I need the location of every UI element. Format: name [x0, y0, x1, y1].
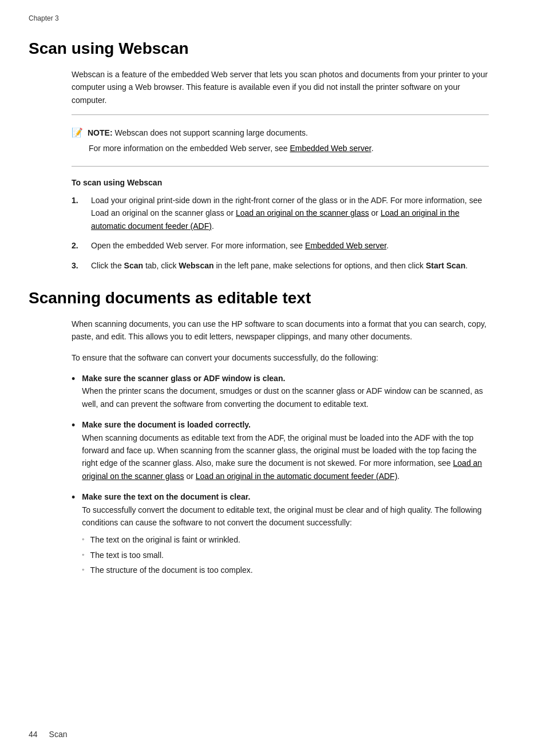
webscan-bold: Webscan: [179, 261, 213, 270]
step-3-content: Click the Scan tab, click Webscan in the…: [91, 259, 489, 272]
sub-bullet-3: ◦ The structure of the document is too c…: [82, 564, 489, 576]
steps-list: 1. Load your original print-side down in…: [72, 194, 489, 272]
section2-intro2: To ensure that the software can convert …: [72, 351, 489, 364]
page: Chapter 3 Scan using Webscan Webscan is …: [0, 0, 546, 756]
sub-bullet-1-dot: ◦: [82, 533, 84, 546]
bullet-2-text: When scanning documents as editable text…: [82, 433, 482, 481]
load-original-adf-link-2[interactable]: Load an original in the automatic docume…: [196, 472, 398, 481]
footer-section-label: Scan: [49, 730, 68, 739]
sub-bullet-2-text: The text is too small.: [90, 549, 164, 561]
sub-bullet-3-text: The structure of the document is too com…: [90, 564, 253, 576]
step-2-num: 2.: [72, 239, 83, 252]
bullet-3-dot: •: [72, 490, 75, 505]
embedded-web-server-link-1[interactable]: Embedded Web server: [290, 144, 371, 153]
sub-bullet-list: ◦ The text on the original is faint or w…: [82, 533, 489, 576]
bullet-1: • Make sure the scanner glass or ADF win…: [72, 372, 489, 410]
note-label: NOTE:: [88, 128, 113, 137]
bullet-1-content: Make sure the scanner glass or ADF windo…: [82, 372, 489, 410]
step-2: 2. Open the embedded Web server. For mor…: [72, 239, 489, 252]
divider-top: [72, 114, 489, 115]
note-text: Webscan does not support scanning large …: [114, 128, 308, 137]
note-box: 📝 NOTE: Webscan does not support scannin…: [72, 122, 489, 159]
bullet-1-dot: •: [72, 372, 75, 386]
step-3: 3. Click the Scan tab, click Webscan in …: [72, 259, 489, 272]
bullet-list: • Make sure the scanner glass or ADF win…: [72, 372, 489, 579]
bullet-3-text: To successfully convert the document to …: [82, 505, 481, 527]
step-1-content: Load your original print-side down in th…: [91, 194, 489, 232]
note-sub-text: For more information on the embedded Web…: [89, 144, 290, 153]
sub-bullet-3-dot: ◦: [82, 564, 84, 576]
step-1-num: 1.: [72, 194, 83, 207]
footer: 44 Scan: [29, 730, 517, 739]
bullet-3-content: Make sure the text on the document is cl…: [82, 490, 489, 579]
step-2-content: Open the embedded Web server. For more i…: [91, 239, 489, 252]
section2-title: Scanning documents as editable text: [29, 289, 517, 307]
note-sub: For more information on the embedded Web…: [89, 142, 489, 155]
bullet-3: • Make sure the text on the document is …: [72, 490, 489, 579]
footer-page-number: 44: [29, 730, 38, 739]
section2-intro1: When scanning documents, you can use the…: [72, 318, 489, 343]
sub-bullet-2: ◦ The text is too small.: [82, 549, 489, 561]
subsection-heading: To scan using Webscan: [72, 178, 517, 187]
divider-bottom: [72, 166, 489, 167]
step-3-num: 3.: [72, 259, 83, 272]
section1-title: Scan using Webscan: [29, 39, 517, 58]
start-scan-bold: Start Scan: [426, 261, 465, 270]
sub-bullet-2-dot: ◦: [82, 549, 84, 561]
scan-bold: Scan: [124, 261, 143, 270]
step-1: 1. Load your original print-side down in…: [72, 194, 489, 232]
embedded-web-server-link-2[interactable]: Embedded Web server: [305, 241, 386, 250]
chapter-label: Chapter 3: [29, 14, 517, 22]
section1-intro: Webscan is a feature of the embedded Web…: [72, 68, 489, 106]
load-original-scanner-glass-link[interactable]: Load an original on the scanner glass: [236, 208, 369, 217]
bullet-2-content: Make sure the document is loaded correct…: [82, 418, 489, 482]
bullet-2-dot: •: [72, 418, 75, 433]
note-icon: 📝: [72, 127, 83, 138]
bullet-3-title: Make sure the text on the document is cl…: [82, 492, 250, 501]
sub-bullet-1-text: The text on the original is faint or wri…: [90, 533, 240, 546]
bullet-1-title: Make sure the scanner glass or ADF windo…: [82, 374, 285, 383]
bullet-2-title: Make sure the document is loaded correct…: [82, 420, 251, 429]
sub-bullet-1: ◦ The text on the original is faint or w…: [82, 533, 489, 546]
bullet-2: • Make sure the document is loaded corre…: [72, 418, 489, 482]
note-sub-end: .: [371, 144, 374, 153]
bullet-1-text: When the printer scans the document, smu…: [82, 386, 482, 408]
